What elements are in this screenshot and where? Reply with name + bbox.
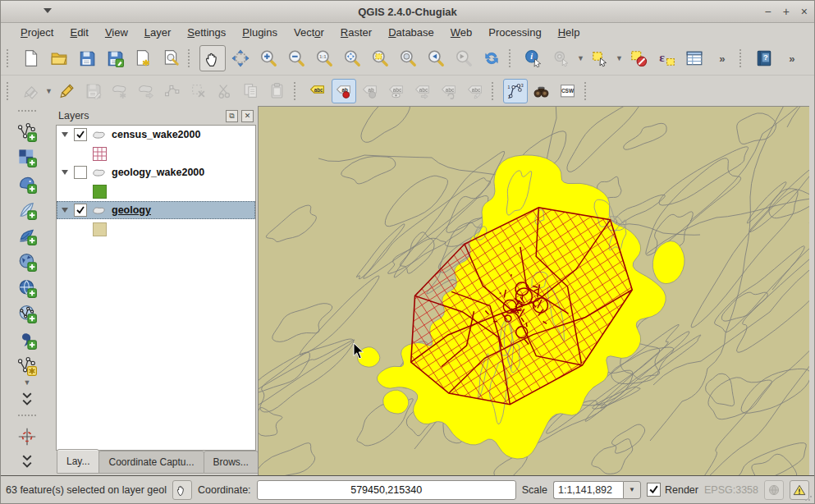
menu-raster[interactable]: Raster — [332, 25, 380, 40]
map-canvas[interactable] — [258, 106, 809, 476]
scale-dropdown-arrow-icon[interactable]: ▼ — [623, 481, 641, 499]
toolbar-handle[interactable] — [7, 82, 14, 100]
label-pin-button[interactable]: ab — [332, 79, 356, 103]
close-button[interactable]: × — [801, 6, 808, 17]
menu-settings[interactable]: Settings — [179, 25, 234, 40]
composer-manager-button[interactable] — [158, 45, 184, 71]
render-checkbox[interactable] — [647, 483, 661, 497]
toolbar-overflow-down-button[interactable] — [12, 387, 42, 412]
pan-to-selection-button[interactable] — [227, 45, 254, 71]
select-features-dropdown-arrow-icon[interactable]: ▼ — [616, 54, 623, 62]
toolbar-handle[interactable] — [18, 415, 36, 422]
zoom-to-layer-button[interactable] — [395, 45, 421, 71]
select-by-expression-button[interactable]: ε — [653, 45, 680, 71]
layer-item-geology[interactable]: geology — [57, 201, 255, 219]
scale-combobox[interactable]: 1:1,141,892 ▼ — [553, 481, 641, 499]
save-project-button[interactable] — [74, 45, 100, 71]
metasearch-csw-button[interactable]: CSW — [556, 79, 580, 103]
layer-item-geology_wake2000[interactable]: geology_wake2000 — [57, 163, 255, 181]
toolbar-handle[interactable] — [294, 82, 301, 100]
add-mssql-layer-button[interactable] — [12, 223, 42, 248]
add-oracle-layer-button[interactable] — [12, 250, 42, 274]
menu-processing[interactable]: Processing — [480, 25, 549, 40]
render-toggle[interactable]: Render — [647, 483, 698, 497]
menu-edit[interactable]: Edit — [62, 25, 96, 40]
layer-expander-icon[interactable] — [62, 208, 68, 213]
dock-tab-1[interactable]: Coordinate Captu... — [98, 451, 204, 474]
menu-vector[interactable]: Vector — [286, 25, 332, 40]
minimize-button[interactable]: − — [764, 6, 771, 17]
dock-tab-2[interactable]: Brows... — [204, 451, 259, 474]
add-raster-layer-button[interactable] — [12, 145, 42, 170]
menu-layer[interactable]: Layer — [136, 25, 180, 40]
maximize-button[interactable]: + — [783, 6, 790, 17]
add-postgis-layer-button[interactable] — [12, 172, 42, 196]
menu-web[interactable]: Web — [442, 25, 481, 40]
menu-project[interactable]: Project — [12, 25, 62, 40]
identify-features-button[interactable]: i — [520, 45, 547, 71]
attribute-table-button[interactable] — [681, 45, 707, 71]
toolbar-handle[interactable] — [584, 82, 592, 100]
add-spatialite-layer-button[interactable] — [12, 198, 42, 222]
menu-view[interactable]: View — [97, 25, 136, 40]
toolbar-overflow-button[interactable]: » — [709, 45, 735, 71]
run-feature-action-dropdown-arrow-icon[interactable]: ▼ — [577, 54, 584, 62]
toolbar-overflow-button[interactable]: » — [779, 45, 805, 71]
toolbar-handle[interactable] — [188, 49, 195, 67]
toolbar-handle[interactable] — [7, 49, 14, 67]
layer-visibility-checkbox[interactable] — [74, 128, 87, 141]
current-edits-dropdown-arrow-icon[interactable]: ▼ — [45, 87, 53, 95]
crs-status-button[interactable] — [764, 480, 784, 500]
refresh-map-button[interactable] — [478, 45, 505, 71]
new-shapefile-layer-button[interactable] — [12, 354, 42, 378]
toolbar-handle[interactable] — [492, 82, 499, 100]
help-contents-button[interactable]: ? — [751, 45, 777, 71]
new-composer-button[interactable] — [130, 45, 156, 71]
menu-database[interactable]: Database — [380, 25, 442, 40]
toolbar-handle[interactable] — [739, 49, 747, 67]
toolbar-handle[interactable] — [18, 110, 36, 117]
select-features-button[interactable] — [587, 45, 613, 71]
add-delimited-text-layer-button[interactable] — [12, 328, 42, 352]
scale-value[interactable]: 1:1,141,892 — [553, 481, 623, 499]
toolbar-overflow-down-button[interactable] — [12, 450, 42, 474]
panel-float-icon[interactable]: ⧉ — [226, 110, 238, 122]
menu-plugins[interactable]: Plugins — [234, 25, 286, 40]
layer-visibility-checkbox[interactable] — [74, 166, 87, 179]
label-settings-button[interactable]: abc — [305, 79, 330, 103]
layer-name[interactable]: geology_wake2000 — [112, 167, 204, 178]
add-vector-layer-button[interactable] — [12, 120, 42, 144]
layer-name[interactable]: census_wake2000 — [112, 129, 200, 140]
toggle-editing-button[interactable] — [55, 79, 80, 103]
road-graph-button[interactable]: 123 — [503, 79, 528, 103]
zoom-out-button[interactable] — [283, 45, 309, 71]
dock-tab-0[interactable]: Lay... — [57, 449, 99, 474]
toolbar-handle[interactable] — [509, 49, 516, 67]
messages-button[interactable] — [172, 480, 192, 500]
add-wms-layer-button[interactable] — [12, 276, 42, 300]
add-wfs-layer-button[interactable] — [12, 301, 42, 326]
layer-name[interactable]: geology — [112, 204, 151, 216]
coordinate-input[interactable] — [257, 480, 516, 500]
deselect-features-button[interactable] — [625, 45, 652, 71]
menu-help[interactable]: Help — [550, 25, 588, 40]
open-project-button[interactable] — [46, 45, 72, 71]
new-shapefile-layer-dropdown-arrow-icon[interactable]: ▼ — [24, 378, 31, 387]
panel-close-icon[interactable]: ✕ — [241, 110, 254, 122]
new-project-button[interactable] — [18, 45, 44, 71]
search-plugin-button[interactable] — [529, 79, 554, 103]
zoom-in-button[interactable] — [255, 45, 282, 71]
coordinate-capture-button[interactable] — [12, 424, 42, 449]
layer-expander-icon[interactable] — [62, 170, 68, 175]
layer-visibility-checkbox[interactable] — [74, 204, 87, 217]
resize-grip[interactable] — [804, 493, 813, 502]
save-project-as-button[interactable] — [102, 45, 128, 71]
map-svg[interactable] — [259, 107, 809, 476]
zoom-to-selection-button[interactable] — [367, 45, 393, 71]
pan-map-button[interactable] — [199, 45, 226, 71]
layer-expander-icon[interactable] — [62, 132, 68, 137]
layer-item-census_wake2000[interactable]: census_wake2000 — [57, 126, 255, 144]
zoom-full-button[interactable] — [339, 45, 365, 71]
zoom-last-button[interactable] — [423, 45, 449, 71]
zoom-actual-button[interactable]: 1:1 — [311, 45, 337, 71]
